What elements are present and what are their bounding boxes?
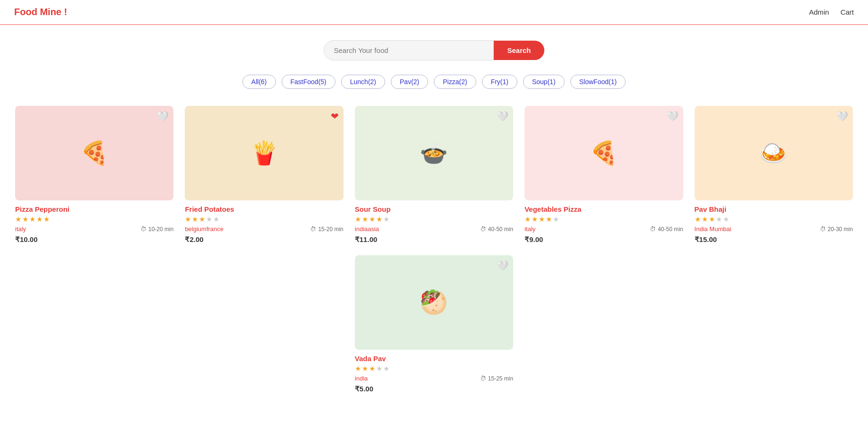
star-full: ★	[36, 215, 43, 224]
clock-icon-3: ⏱	[480, 225, 486, 233]
filter-btn-7[interactable]: SlowFood(1)	[570, 75, 626, 89]
search-section: Search	[0, 25, 868, 70]
heart-icon-6[interactable]: 🤍	[497, 260, 508, 271]
food-meta-6: india ⏱ 15-25 min	[355, 375, 513, 382]
star-full: ★	[192, 215, 198, 224]
filter-btn-2[interactable]: Lunch(2)	[341, 75, 385, 89]
filter-btn-5[interactable]: Fry(1)	[482, 75, 517, 89]
nav-admin[interactable]: Admin	[809, 8, 829, 16]
food-price-4: ₹9.00	[524, 235, 683, 244]
star-empty: ★	[383, 215, 389, 224]
brand-logo: Food Mine !	[14, 7, 67, 17]
filter-btn-3[interactable]: Pav(2)	[391, 75, 428, 89]
food-name-1: Pizza Pepperoni	[15, 205, 173, 213]
food-origin-1: italy	[15, 225, 26, 233]
food-card-3: 🍲 🤍 Sour Soup ★★★★★ indiaasia ⏱ 40-50 mi…	[349, 100, 519, 250]
heart-icon-3[interactable]: 🤍	[497, 111, 508, 122]
star-full: ★	[199, 215, 205, 224]
filter-btn-1[interactable]: FastFood(5)	[282, 75, 335, 89]
stars-4: ★★★★★	[524, 215, 683, 224]
star-full: ★	[29, 215, 35, 224]
food-card-6: 🥙 🤍 Vada Pav ★★★★★ india ⏱ 15-25 min ₹5.…	[349, 250, 519, 399]
filter-btn-4[interactable]: Pizza(2)	[434, 75, 476, 89]
food-time-4: ⏱ 40-50 min	[650, 225, 683, 233]
star-empty: ★	[723, 215, 729, 224]
star-full: ★	[355, 364, 361, 373]
stars-5: ★★★★★	[695, 215, 853, 224]
heart-icon-4[interactable]: 🤍	[667, 111, 679, 122]
food-origin-5: India Mumbai	[695, 225, 731, 233]
star-full: ★	[709, 215, 715, 224]
star-half: ★	[376, 215, 382, 224]
food-image-4: 🍕	[524, 106, 683, 200]
stars-3: ★★★★★	[355, 215, 513, 224]
food-meta-1: italy ⏱ 10-20 min	[15, 225, 173, 233]
food-price-2: ₹2.00	[185, 235, 343, 244]
food-time-5: ⏱ 20-30 min	[820, 225, 853, 233]
star-full: ★	[369, 215, 375, 224]
stars-6: ★★★★★	[355, 364, 513, 373]
food-price-6: ₹5.00	[355, 385, 513, 393]
star-full: ★	[702, 215, 708, 224]
food-name-6: Vada Pav	[355, 354, 513, 363]
food-time-6: ⏱ 15-25 min	[480, 375, 513, 382]
star-full: ★	[524, 215, 531, 224]
food-time-3: ⏱ 40-50 min	[480, 225, 513, 233]
star-empty: ★	[376, 364, 382, 373]
food-name-4: Vegetables Pizza	[524, 205, 683, 213]
food-meta-3: indiaasia ⏱ 40-50 min	[355, 225, 513, 233]
food-name-2: Fried Potatoes	[185, 205, 343, 213]
food-origin-6: india	[355, 375, 368, 382]
food-origin-4: italy	[524, 225, 535, 233]
star-empty: ★	[553, 215, 559, 224]
star-full: ★	[369, 364, 375, 373]
stars-1: ★★★★★	[15, 215, 173, 224]
filter-section: All(6)FastFood(5)Lunch(2)Pav(2)Pizza(2)F…	[0, 70, 868, 100]
navbar: Food Mine ! Admin Cart	[0, 0, 868, 25]
star-full: ★	[355, 215, 361, 224]
food-image-wrap-1: 🍕 🤍	[15, 106, 173, 200]
food-name-5: Pav Bhaji	[695, 205, 853, 213]
nav-cart[interactable]: Cart	[841, 8, 854, 16]
star-half: ★	[43, 215, 50, 224]
food-price-5: ₹15.00	[695, 235, 853, 244]
food-origin-3: indiaasia	[355, 225, 379, 233]
heart-icon-2[interactable]: ❤	[331, 111, 339, 122]
food-image-wrap-3: 🍲 🤍	[355, 106, 513, 200]
clock-icon-4: ⏱	[650, 225, 656, 233]
search-input[interactable]	[324, 40, 494, 60]
food-card-2: 🍟 ❤ Fried Potatoes ★★★★★ belgiumfrance ⏱…	[179, 100, 349, 250]
star-full: ★	[546, 215, 552, 224]
food-image-6: 🥙	[355, 255, 513, 350]
food-card-1: 🍕 🤍 Pizza Pepperoni ★★★★★ italy ⏱ 10-20 …	[9, 100, 179, 250]
clock-icon-1: ⏱	[140, 225, 146, 233]
search-button[interactable]: Search	[494, 41, 544, 60]
food-image-3: 🍲	[355, 106, 513, 200]
star-full: ★	[362, 364, 368, 373]
star-full: ★	[185, 215, 191, 224]
food-grid: 🍕 🤍 Pizza Pepperoni ★★★★★ italy ⏱ 10-20 …	[0, 100, 868, 399]
food-image-2: 🍟	[185, 106, 343, 200]
heart-icon-5[interactable]: 🤍	[836, 111, 848, 122]
filter-btn-0[interactable]: All(6)	[242, 75, 276, 89]
clock-icon-5: ⏱	[820, 225, 826, 233]
stars-2: ★★★★★	[185, 215, 343, 224]
food-price-1: ₹10.00	[15, 235, 173, 244]
star-full: ★	[539, 215, 545, 224]
food-meta-2: belgiumfrance ⏱ 15-20 min	[185, 225, 343, 233]
food-price-3: ₹11.00	[355, 235, 513, 244]
star-empty: ★	[716, 215, 722, 224]
food-card-5: 🍛 🤍 Pav Bhaji ★★★★★ India Mumbai ⏱ 20-30…	[689, 100, 859, 250]
star-empty: ★	[206, 215, 212, 224]
food-meta-4: italy ⏱ 40-50 min	[524, 225, 683, 233]
star-full: ★	[15, 215, 21, 224]
food-name-3: Sour Soup	[355, 205, 513, 213]
nav-links: Admin Cart	[809, 8, 854, 16]
food-time-1: ⏱ 10-20 min	[140, 225, 173, 233]
food-image-wrap-4: 🍕 🤍	[524, 106, 683, 200]
heart-icon-1[interactable]: 🤍	[157, 111, 169, 122]
filter-btn-6[interactable]: Soup(1)	[523, 75, 565, 89]
food-image-wrap-2: 🍟 ❤	[185, 106, 343, 200]
food-image-1: 🍕	[15, 106, 173, 200]
food-meta-5: India Mumbai ⏱ 20-30 min	[695, 225, 853, 233]
